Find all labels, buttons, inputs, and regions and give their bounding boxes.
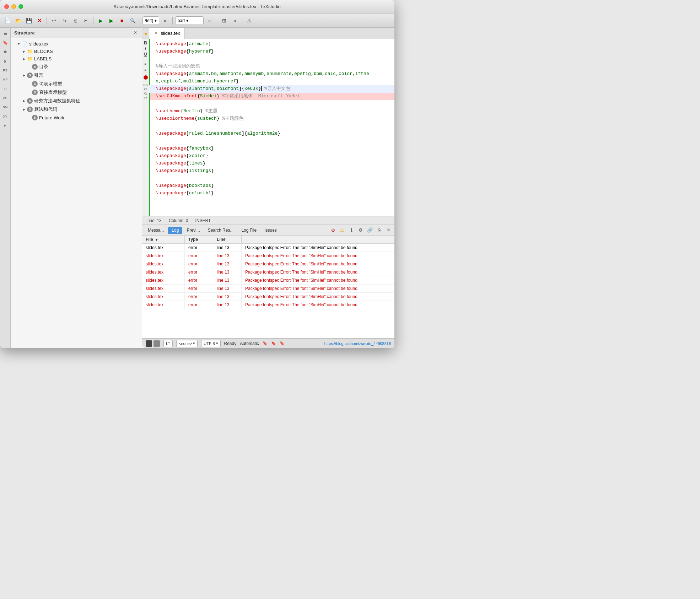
sidebar-bookmark-icon[interactable]: 🔖 (1, 38, 10, 47)
log-cell-file-7: slides.tex (142, 301, 185, 309)
bottom-link[interactable]: https://blog.csdn.net/weixin_44908818 (324, 341, 391, 346)
new-file-button[interactable]: 📄 (3, 16, 12, 25)
run-button[interactable]: ▶ (107, 16, 116, 25)
grid-view-button[interactable]: ⊞ (220, 16, 229, 25)
log-cell-file-5: slides.tex (142, 285, 185, 292)
undo-button[interactable]: ↩ (49, 16, 59, 25)
sidebar-xy-icon[interactable]: XY (1, 112, 10, 121)
structure-close-button[interactable]: ✕ (133, 30, 138, 36)
tree-item-toc[interactable]: ▶ S 目录 (11, 63, 142, 71)
bottom-icon-2[interactable] (154, 340, 160, 347)
log-header-type[interactable]: Type (185, 236, 213, 243)
tree-item-research[interactable]: ▶ S 研究方法与数据集特征 (11, 97, 142, 105)
log-error-icon[interactable]: ⊘ (329, 226, 337, 234)
minimize-window-button[interactable] (11, 4, 16, 9)
tab-close-slides[interactable]: ✕ (154, 31, 158, 36)
margin-underline-btn[interactable]: U (144, 52, 147, 57)
log-row-7[interactable]: slides.tex error line 13 Package fontspe… (142, 301, 394, 309)
margin-bold-btn[interactable]: B (144, 41, 147, 45)
more-cmds-button[interactable]: » (161, 16, 170, 25)
sidebar-ps-icon[interactable]: PS (1, 66, 10, 75)
scissors-button[interactable]: ✂ (81, 16, 91, 25)
tree-item-slides-tex[interactable]: ▼ 📄 slides.tex (11, 40, 142, 48)
log-row-4[interactable]: slides.tex error line 13 Package fontspe… (142, 276, 394, 285)
toolbar-sep-3 (140, 17, 140, 25)
log-row-1[interactable]: slides.tex error line 13 Package fontspe… (142, 252, 394, 260)
bottom-bar: LT <none> ▾ UTF-8 ▾ Ready Automatic 🔖 🔖 … (142, 338, 394, 348)
sidebar-ti-icon[interactable]: TI (1, 85, 10, 93)
log-close-icon[interactable]: ✕ (384, 226, 392, 234)
left-cmd-combo[interactable]: \left( ▾ (142, 16, 159, 25)
log-row-2[interactable]: slides.tex error line 13 Package fontspe… (142, 260, 394, 268)
tree-item-blocks[interactable]: ▶ 📁 BLOCKS (11, 48, 142, 55)
log-tab-search[interactable]: Search Res... (204, 227, 237, 234)
margin-x-btn[interactable]: X↑ (144, 87, 147, 91)
editor-tab-slides[interactable]: ✕ slides.tex (149, 28, 184, 39)
lt-combo[interactable]: LT (163, 340, 173, 347)
sidebar-mp-icon[interactable]: MP (1, 75, 10, 84)
copy-button[interactable]: ⎘ (71, 16, 80, 25)
save-file-button[interactable]: 💾 (24, 16, 33, 25)
log-row-5[interactable]: slides.tex error line 13 Package fontspe… (142, 285, 394, 293)
margin-x2-btn[interactable]: X↓ (144, 92, 147, 95)
redo-button[interactable]: ↪ (60, 16, 69, 25)
sidebar-cursor-icon[interactable]: 🖱 (1, 122, 10, 130)
structure-combo[interactable]: part ▾ (175, 16, 204, 25)
margin-align-btn[interactable]: ≡ (145, 62, 147, 66)
tree-item-word-model[interactable]: ▶ S 词表示模型 (11, 80, 142, 88)
more-structure-button[interactable]: » (205, 16, 214, 25)
status-line: Line: 13 (146, 218, 162, 223)
status-col: Column: 0 (169, 218, 188, 223)
log-info-icon[interactable]: ℹ (348, 226, 355, 234)
sidebar-as-icon[interactable]: AS (1, 94, 10, 102)
margin-italic-btn[interactable]: I (145, 46, 146, 51)
tree-item-algo[interactable]: ▶ S 算法和代码 (11, 105, 142, 114)
log-row-6[interactable]: slides.tex error line 13 Package fontspe… (142, 293, 394, 301)
log-tab-issues[interactable]: Issues (261, 227, 280, 234)
maximize-window-button[interactable] (18, 4, 23, 9)
code-editor[interactable]: \usepackage{animate} \usepackage{hyperre… (149, 39, 394, 216)
log-link-icon[interactable]: 🔗 (366, 226, 374, 234)
close-window-button[interactable] (4, 4, 9, 9)
log-settings-icon[interactable]: ⚙ (357, 226, 365, 234)
log-header-file[interactable]: File ▾ (142, 236, 185, 243)
margin-ss-btn[interactable]: SS (143, 83, 147, 87)
margin-align-btn2[interactable]: ≡ (145, 68, 147, 72)
log-tab-messages[interactable]: Messa... (144, 227, 167, 234)
log-tab-preview[interactable]: Previ... (183, 227, 203, 234)
log-warning-icon[interactable]: ⚠ (338, 226, 346, 234)
tree-item-direct-model[interactable]: ▶ S 直接表示模型 (11, 88, 142, 97)
more-views-button[interactable]: » (230, 16, 239, 25)
utf8-combo[interactable]: UTF-8 ▾ (201, 340, 220, 347)
compile-button[interactable]: ▶ (96, 16, 105, 25)
tab-label-slides: slides.tex (161, 31, 180, 36)
bottom-icon-1[interactable] (146, 340, 152, 347)
log-header-line[interactable]: Line (213, 236, 242, 243)
log-row-3[interactable]: slides.tex error line 13 Package fontspe… (142, 268, 394, 276)
code-content-7: \usepackage[slantfont,boldfont]{xeCJK} %… (153, 85, 290, 93)
tree-arrow-labels: ▶ (21, 56, 26, 61)
log-cell-line-4: line 13 (213, 276, 242, 284)
warning-button[interactable]: ⚠ (245, 16, 254, 25)
tree-item-intro[interactable]: ▶ S 引言 (11, 71, 142, 80)
sidebar-bm-icon[interactable]: BM (1, 103, 10, 112)
open-file-button[interactable]: 📂 (14, 16, 23, 25)
log-copy-icon[interactable]: ⎘ (375, 226, 383, 234)
sidebar-bracket-icon[interactable]: (( (1, 57, 10, 65)
sidebar-list-icon[interactable]: ☰ (1, 29, 10, 38)
code-content-11: \usecolortheme{sustech} %主题颜色 (153, 115, 243, 123)
stop-button[interactable]: ■ (117, 16, 126, 25)
tree-item-future-work[interactable]: ▶ S Future Work (11, 114, 142, 122)
error-indicator (144, 75, 148, 80)
tab-bar-indicator: ● (142, 31, 149, 36)
margin-scissors2-btn[interactable]: ✂ (144, 96, 147, 100)
sidebar-asterisk-icon[interactable]: ✱ (1, 48, 10, 56)
log-tab-logfile[interactable]: Log File (238, 227, 260, 234)
log-row-0[interactable]: slides.tex error line 13 Package fontspe… (142, 244, 394, 252)
close-file-button[interactable]: ✕ (35, 16, 44, 25)
none-combo-value: <none> (179, 341, 192, 346)
tree-item-labels[interactable]: ▶ 📁 LABELS (11, 55, 142, 63)
find-button[interactable]: 🔍 (128, 16, 137, 25)
log-tab-log[interactable]: Log (168, 227, 182, 234)
none-combo[interactable]: <none> ▾ (176, 340, 198, 347)
